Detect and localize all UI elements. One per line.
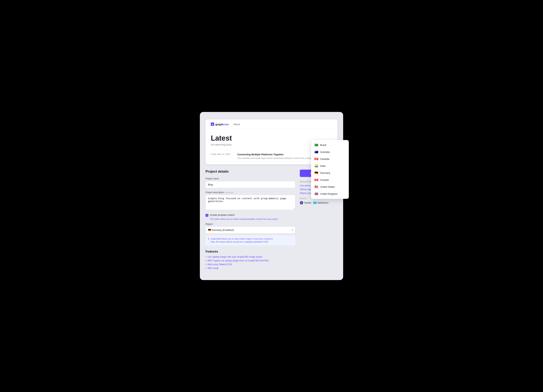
project-name-label: Project name xyxy=(205,177,295,180)
flag-icon: 🇩🇪 xyxy=(315,171,318,175)
include-template-hint: This option allows you to import existin… xyxy=(210,218,295,220)
list-item[interactable]: 🇩🇪Germany xyxy=(311,169,349,176)
project-desc-textarea[interactable]: Simple blog focused on content with prog… xyxy=(205,195,295,210)
list-item: •SEO ready xyxy=(205,267,295,269)
left-panel: Project details Project name Project des… xyxy=(205,170,295,271)
feature-bullet-icon: • xyxy=(205,267,206,269)
preview-post-date: Friday, May 15, 2020 xyxy=(211,153,232,160)
preview-nav: g graphcms About xyxy=(205,119,338,129)
check-icon: ✓ xyxy=(206,214,208,216)
logo: g graphcms xyxy=(211,123,229,126)
tailwind-badge: ~ tailwindcss xyxy=(313,202,328,204)
feature-bullet-icon: • xyxy=(205,263,206,266)
logo-text: graphcms xyxy=(215,123,229,126)
optional-tag: (optional) xyxy=(225,191,233,194)
feature-bullet-icon: • xyxy=(205,259,206,262)
region-select-wrapper: 🇩🇪 Germany (Frankfurt) 🇧🇷 Brazil 🇦🇺 Aust… xyxy=(205,227,295,234)
project-name-group: Project name xyxy=(205,177,295,188)
region-dropdown-popup: 🇧🇷Brazil🇦🇺Australia🇨🇦Canadia🇮🇳India🇩🇪Ger… xyxy=(311,140,349,199)
region-label: Region xyxy=(205,223,295,225)
list-item[interactable]: 🇨🇦Canadia xyxy=(311,156,349,162)
stack-icons: G Gatsby ~ tailwindcss xyxy=(300,201,338,204)
include-template-checkbox[interactable]: ✓ xyxy=(205,214,208,217)
region-select[interactable]: 🇩🇪 Germany (Frankfurt) 🇧🇷 Brazil 🇦🇺 Aust… xyxy=(205,227,295,234)
main-content-area: Project details Project name Project des… xyxy=(205,170,338,271)
info-icon: ℹ xyxy=(208,237,209,240)
flag-icon: 🇨🇦 xyxy=(315,157,318,161)
list-item[interactable]: 🇺🇸United States xyxy=(311,183,349,190)
list-item[interactable]: 🇨🇦Canada xyxy=(311,176,349,183)
list-item: •Built using Tailwind CSS xyxy=(205,263,295,266)
main-container: g graphcms About Latest Our latest blog … xyxy=(200,112,343,280)
logo-icon: g xyxy=(211,123,214,126)
info-box-text: GraphCMS allows you to select which regi… xyxy=(211,237,273,243)
features-title: Features xyxy=(205,250,295,253)
list-item[interactable]: 🇦🇺Australia xyxy=(311,149,349,156)
flag-icon: 🇬🇧 xyxy=(315,192,318,196)
tailwind-icon: ~ xyxy=(313,202,317,204)
list-item: •MDX support via 'gatsby-plugin-mdx' on … xyxy=(205,259,295,262)
list-item[interactable]: 🇬🇧United Kingdom xyxy=(311,190,349,197)
info-box: ℹ GraphCMS allows you to select which re… xyxy=(205,235,295,245)
feature-list: •Use 'gatsby-image' with your GraphCMS i… xyxy=(205,256,295,269)
project-desc-label: Project description (optional) xyxy=(205,191,295,194)
flag-icon: 🇨🇦 xyxy=(315,178,318,182)
flag-icon: 🇺🇸 xyxy=(315,185,318,189)
project-desc-group: Project description (optional) Simple bl… xyxy=(205,191,295,211)
list-item[interactable]: 🇧🇷Brazil xyxy=(311,141,349,149)
list-item: •Use 'gatsby-image' with your GraphCMS i… xyxy=(205,256,295,258)
include-template-label: Include template content xyxy=(210,214,235,216)
project-details-title: Project details xyxy=(205,170,295,174)
region-group: Region 🇩🇪 Germany (Frankfurt) 🇧🇷 Brazil … xyxy=(205,223,295,245)
feature-bullet-icon: • xyxy=(205,256,206,258)
nav-about-link[interactable]: About xyxy=(233,123,240,126)
gatsby-badge: G Gatsby xyxy=(300,201,311,204)
right-panel: Create project RESOURCES Live demo ↗ Git… xyxy=(300,170,338,204)
flag-icon: 🇦🇺 xyxy=(315,150,318,154)
gatsby-icon: G xyxy=(300,201,303,204)
project-name-input[interactable] xyxy=(205,181,295,188)
flag-icon: 🇧🇷 xyxy=(315,143,318,147)
include-template-row: ✓ Include template content xyxy=(205,214,295,217)
flag-icon: 🇮🇳 xyxy=(315,164,318,168)
list-item[interactable]: 🇮🇳India xyxy=(311,162,349,169)
